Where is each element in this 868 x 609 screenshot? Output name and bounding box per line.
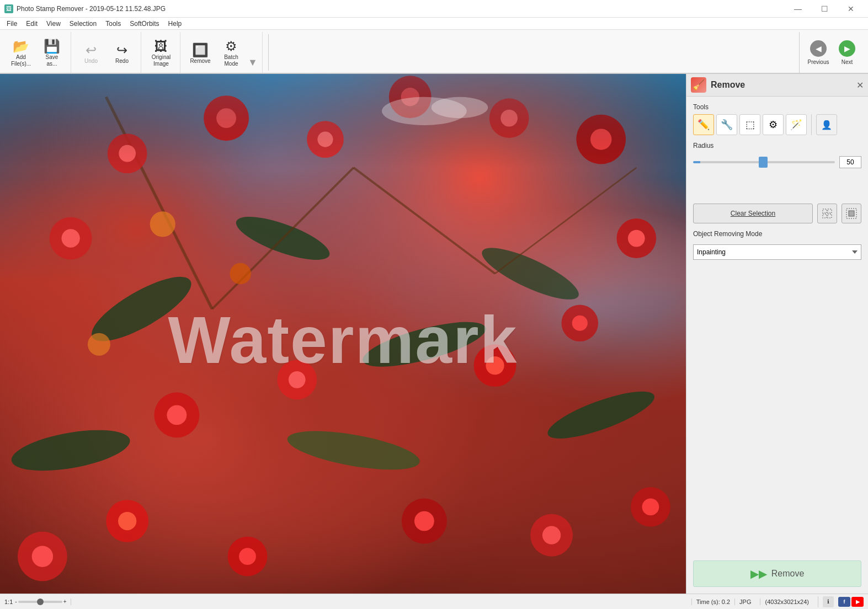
- title-bar-controls: — ☐ ✕: [785, 0, 864, 18]
- batch-mode-icon: ⚙: [225, 40, 237, 53]
- zoom-thumb: [37, 599, 44, 605]
- radius-label: Radius: [693, 142, 861, 149]
- flowers-svg: [0, 74, 686, 594]
- svg-line-10: [495, 168, 636, 274]
- magic-wand-tool-button[interactable]: 🔧: [716, 114, 737, 135]
- menu-view[interactable]: View: [42, 19, 65, 29]
- add-files-button[interactable]: 📂 AddFile(s)...: [7, 35, 35, 71]
- original-image-button[interactable]: 🖼 OriginalImage: [147, 35, 175, 71]
- menu-bar: File Edit View Selection Tools SoftOrbit…: [0, 18, 868, 30]
- svg-point-30: [289, 371, 306, 388]
- main-area: Watermark 🧹 Remove ✕ Tools ✏️ 🔧 ⬚: [0, 74, 868, 594]
- svg-point-52: [88, 333, 110, 356]
- mode-label: Object Removing Mode: [693, 230, 861, 238]
- minimize-button[interactable]: —: [785, 0, 811, 18]
- menu-edit[interactable]: Edit: [22, 19, 42, 29]
- remove-toolbar-icon: 🔲: [192, 44, 209, 57]
- svg-point-38: [118, 512, 136, 530]
- menu-file[interactable]: File: [2, 19, 22, 29]
- svg-point-44: [542, 526, 561, 544]
- action-group: 🔲 Remove ⚙ BatchMode ▼: [182, 32, 263, 73]
- svg-point-50: [150, 211, 175, 237]
- clear-selection-row: Clear Selection: [693, 204, 861, 223]
- svg-point-24: [61, 229, 79, 247]
- brush-tool-button[interactable]: ✏️: [693, 114, 714, 135]
- status-bar: 1:1 - + Time (s): 0.2 JPG (4032x3021x24)…: [0, 594, 868, 609]
- svg-point-46: [642, 499, 659, 516]
- menu-help[interactable]: Help: [164, 19, 187, 29]
- next-button[interactable]: ▶ Next: [833, 35, 861, 70]
- canvas-area[interactable]: Watermark: [0, 74, 686, 594]
- zoom-controls: - +: [15, 599, 66, 605]
- menu-selection[interactable]: Selection: [65, 19, 101, 29]
- menu-softorbits[interactable]: SoftOrbits: [125, 19, 163, 29]
- select-all-icon-button[interactable]: [817, 204, 837, 223]
- bottom-spacer: [693, 266, 861, 554]
- tools-row: ✏️ 🔧 ⬚ ⚙ 🪄 👤: [693, 114, 861, 135]
- radius-row: 50: [693, 156, 861, 168]
- next-label: Next: [842, 59, 853, 65]
- svg-line-8: [212, 168, 353, 309]
- menu-tools[interactable]: Tools: [101, 19, 125, 29]
- next-icon: ▶: [839, 40, 855, 57]
- zoom-in-button[interactable]: +: [63, 599, 67, 605]
- clear-selection-button[interactable]: Clear Selection: [693, 204, 813, 223]
- status-format: JPG: [734, 599, 755, 605]
- social-links: f ▶: [838, 597, 864, 607]
- facebook-button[interactable]: f: [838, 597, 850, 607]
- toolbar-separator: [268, 34, 269, 71]
- nav-area: ◀ Previous ▶ Next: [799, 32, 866, 73]
- svg-rect-47: [0, 74, 686, 168]
- info-icon-button[interactable]: ℹ: [823, 596, 834, 607]
- svg-point-32: [486, 356, 504, 375]
- zoom-level: 1:1: [4, 599, 13, 605]
- toolbox-panel: 🧹 Remove ✕ Tools ✏️ 🔧 ⬚ ⚙ 🪄 👤: [686, 74, 868, 594]
- remove-toolbar-button[interactable]: 🔲 Remove: [186, 35, 215, 71]
- status-icons: ℹ: [818, 596, 834, 607]
- save-as-icon: 💾: [44, 40, 60, 53]
- previous-button[interactable]: ◀ Previous: [804, 35, 833, 70]
- invert-select-icon: [846, 208, 857, 219]
- wand-tool-button[interactable]: 🪄: [786, 114, 807, 135]
- svg-point-3: [476, 238, 584, 309]
- batch-mode-button[interactable]: ⚙ BatchMode: [217, 35, 246, 71]
- redo-button[interactable]: ↪ Redo: [108, 35, 136, 71]
- invert-select-icon-button[interactable]: [842, 204, 861, 223]
- rect-select-tool-button[interactable]: ⬚: [739, 114, 760, 135]
- toolbox-title: Remove: [711, 80, 745, 90]
- original-image-label: OriginalImage: [152, 54, 171, 67]
- save-as-label: Saveas...: [46, 54, 58, 67]
- spacer: [693, 175, 861, 197]
- radius-slider[interactable]: [693, 161, 835, 163]
- svg-point-49: [432, 97, 488, 118]
- maximize-button[interactable]: ☐: [812, 0, 837, 18]
- file-group: 📂 AddFile(s)... 💾 Saveas...: [2, 32, 71, 73]
- remove-arrow-icon: ▶▶: [750, 567, 767, 580]
- svg-point-5: [285, 424, 423, 478]
- svg-point-2: [359, 313, 489, 376]
- toolbox-eraser-icon: 🧹: [691, 77, 706, 93]
- remove-button[interactable]: ▶▶ Remove: [693, 560, 861, 587]
- view-group: 🖼 OriginalImage: [142, 32, 180, 73]
- mode-select[interactable]: Inpainting Content-Aware Fill Texture Sy…: [693, 244, 861, 260]
- app-title: Photo Stamp Remover - 2019-05-12 11.52.4…: [17, 5, 166, 13]
- svg-rect-54: [828, 209, 832, 213]
- close-button[interactable]: ✕: [838, 0, 864, 18]
- zoom-out-button[interactable]: -: [15, 599, 17, 605]
- svg-rect-53: [823, 209, 827, 213]
- select-all-icon: [822, 208, 833, 219]
- youtube-button[interactable]: ▶: [851, 597, 864, 607]
- toolbox-close-button[interactable]: ✕: [856, 80, 864, 90]
- undo-button[interactable]: ↩ Undo: [77, 35, 105, 71]
- svg-rect-56: [828, 214, 832, 218]
- save-as-button[interactable]: 💾 Saveas...: [38, 35, 66, 71]
- stamp-tool-button[interactable]: 👤: [816, 114, 837, 135]
- tools-label: Tools: [693, 103, 861, 111]
- title-bar-left: 🖼 Photo Stamp Remover - 2019-05-12 11.52…: [4, 4, 166, 13]
- original-image-icon: 🖼: [155, 40, 168, 53]
- settings-tool-button[interactable]: ⚙: [763, 114, 784, 135]
- mode-section: Object Removing Mode Inpainting Content-…: [693, 230, 861, 260]
- previous-icon: ◀: [810, 40, 827, 57]
- zoom-track[interactable]: [18, 601, 62, 603]
- svg-point-6: [543, 382, 659, 447]
